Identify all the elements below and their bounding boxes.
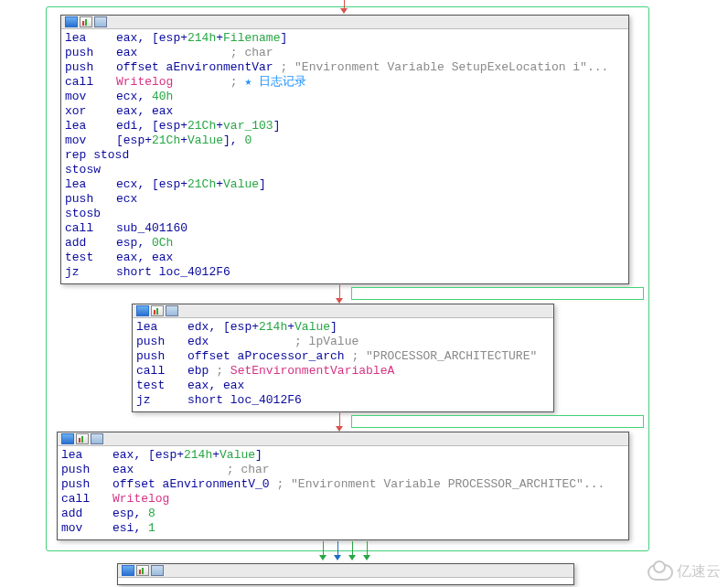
options-icon[interactable] xyxy=(166,305,178,316)
block-header[interactable] xyxy=(58,432,628,446)
block-header[interactable] xyxy=(133,304,553,318)
basic-block-1[interactable]: leaeax, [esp+214h+Filename] pusheax ; ch… xyxy=(60,15,629,284)
arrow-b1-b2 xyxy=(339,283,340,299)
graph-icon[interactable] xyxy=(151,305,164,316)
basic-block-2[interactable]: leaedx, [esp+214h+Value] pushedx ; lpVal… xyxy=(132,304,554,412)
collapse-icon[interactable] xyxy=(136,305,149,316)
options-icon[interactable] xyxy=(94,16,107,27)
block-header[interactable] xyxy=(61,16,628,29)
arrow-out-2 xyxy=(337,541,338,556)
disassembly-text: leaeax, [esp+214h+Filename] pusheax ; ch… xyxy=(61,29,628,283)
block-header[interactable] xyxy=(118,564,573,578)
options-icon[interactable] xyxy=(151,565,164,576)
arrow-out-3 xyxy=(352,541,353,556)
collapse-icon[interactable] xyxy=(122,565,134,576)
cloud-icon xyxy=(648,564,673,581)
arrow-out-4 xyxy=(367,541,368,556)
arrow-head-out-4 xyxy=(363,555,370,560)
arrow-out-1 xyxy=(323,541,324,556)
disassembly-text: leaeax, [esp+214h+Value] pusheax ; char … xyxy=(58,446,628,539)
watermark: 亿速云 xyxy=(648,562,721,582)
basic-block-3[interactable]: leaeax, [esp+214h+Value] pusheax ; char … xyxy=(57,432,629,540)
arrow-b2-b3 xyxy=(339,411,340,427)
branch-target-box-2 xyxy=(351,415,644,428)
basic-block-4[interactable] xyxy=(117,563,574,585)
disassembly-text: leaedx, [esp+214h+Value] pushedx ; lpVal… xyxy=(133,318,553,411)
options-icon[interactable] xyxy=(91,433,103,444)
collapse-icon[interactable] xyxy=(65,16,78,27)
arrow-head-out-2 xyxy=(334,555,341,560)
branch-target-box-1 xyxy=(351,287,644,300)
watermark-text: 亿速云 xyxy=(677,562,721,582)
arrow-head-out-1 xyxy=(319,555,327,560)
graph-icon[interactable] xyxy=(136,565,149,576)
arrow-head-in-top xyxy=(340,8,348,14)
collapse-icon[interactable] xyxy=(61,433,74,444)
graph-icon[interactable] xyxy=(76,433,89,444)
graph-icon[interactable] xyxy=(80,16,92,27)
arrow-head-out-3 xyxy=(348,555,356,560)
ida-flowchart: leaeax, [esp+214h+Filename] pusheax ; ch… xyxy=(0,0,728,587)
